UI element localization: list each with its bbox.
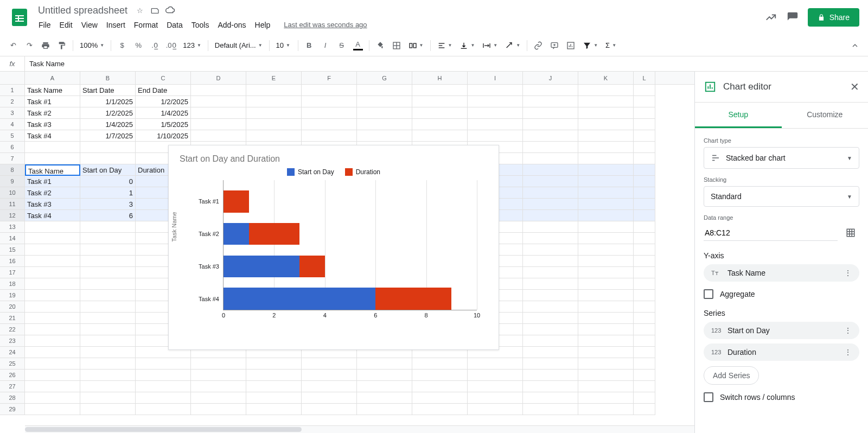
cell[interactable] — [191, 85, 246, 96]
cell[interactable] — [578, 153, 634, 164]
cell[interactable] — [578, 233, 634, 244]
cell[interactable] — [578, 267, 634, 278]
cell[interactable] — [302, 358, 357, 370]
cell[interactable] — [523, 244, 578, 256]
cell[interactable] — [357, 370, 412, 381]
menu-data[interactable]: Data — [163, 18, 187, 31]
comments-icon[interactable] — [786, 11, 799, 24]
cell[interactable] — [523, 153, 578, 164]
cell[interactable] — [523, 404, 578, 415]
cell[interactable] — [468, 404, 523, 415]
cell[interactable] — [523, 96, 578, 107]
cell[interactable] — [634, 210, 655, 221]
cell[interactable]: 1/4/2025 — [80, 119, 136, 130]
horizontal-scrollbar[interactable] — [25, 425, 694, 433]
cell[interactable] — [80, 267, 136, 278]
row-header[interactable]: 10 — [0, 187, 25, 199]
borders-button[interactable] — [389, 38, 404, 53]
cell[interactable] — [578, 370, 634, 381]
switch-rows-checkbox[interactable] — [704, 392, 713, 402]
menu-insert[interactable]: Insert — [103, 18, 129, 31]
tab-customize[interactable]: Customize — [782, 103, 869, 128]
cell[interactable] — [80, 347, 136, 358]
cell[interactable] — [25, 335, 80, 347]
cell[interactable] — [246, 381, 302, 392]
cell[interactable] — [634, 267, 655, 278]
cell[interactable] — [523, 335, 578, 347]
cell[interactable] — [191, 370, 246, 381]
italic-button[interactable]: I — [318, 38, 333, 53]
cell[interactable] — [523, 381, 578, 392]
cell[interactable] — [523, 347, 578, 358]
cell[interactable] — [412, 96, 468, 107]
row-header[interactable]: 26 — [0, 370, 25, 381]
cell[interactable] — [80, 142, 136, 153]
cell[interactable] — [246, 370, 302, 381]
cell[interactable] — [80, 244, 136, 256]
decrease-decimal-button[interactable]: .0̲ — [147, 38, 162, 53]
cell[interactable]: Task #1 — [25, 176, 80, 187]
cell[interactable] — [302, 392, 357, 404]
row-header[interactable]: 22 — [0, 324, 25, 335]
cell[interactable] — [468, 85, 523, 96]
cell[interactable] — [25, 233, 80, 244]
cell[interactable] — [302, 85, 357, 96]
cell[interactable] — [578, 221, 634, 233]
cell[interactable]: Start on Day — [80, 164, 136, 176]
cell[interactable] — [578, 187, 634, 199]
cell[interactable]: Start Date — [80, 85, 136, 96]
cell[interactable] — [578, 301, 634, 313]
cell[interactable] — [523, 301, 578, 313]
col-header[interactable]: A — [25, 72, 80, 84]
cell[interactable] — [523, 233, 578, 244]
cell[interactable] — [523, 392, 578, 404]
cell[interactable] — [191, 381, 246, 392]
menu-tools[interactable]: Tools — [188, 18, 213, 31]
cell[interactable] — [191, 96, 246, 107]
menu-view[interactable]: View — [78, 18, 101, 31]
cell[interactable] — [634, 335, 655, 347]
cell[interactable] — [191, 404, 246, 415]
paint-format-button[interactable] — [54, 38, 69, 53]
row-header[interactable]: 12 — [0, 210, 25, 221]
undo-button[interactable]: ↶ — [5, 38, 21, 53]
valign-button[interactable]: ▼ — [456, 38, 478, 53]
text-color-button[interactable]: A — [350, 38, 366, 53]
cell[interactable] — [468, 130, 523, 142]
cell[interactable] — [80, 324, 136, 335]
cell[interactable] — [468, 381, 523, 392]
cell[interactable] — [468, 370, 523, 381]
cell[interactable] — [25, 381, 80, 392]
cell[interactable] — [80, 290, 136, 301]
cell[interactable] — [634, 370, 655, 381]
cell[interactable]: 1 — [80, 187, 136, 199]
cell[interactable] — [523, 142, 578, 153]
cell[interactable] — [191, 392, 246, 404]
cell[interactable] — [412, 358, 468, 370]
cell[interactable] — [578, 164, 634, 176]
cell[interactable] — [634, 301, 655, 313]
cell[interactable] — [523, 358, 578, 370]
last-edit-link[interactable]: Last edit was seconds ago — [284, 21, 367, 29]
cell[interactable] — [246, 404, 302, 415]
halign-button[interactable]: ▼ — [434, 38, 456, 53]
cell[interactable] — [412, 85, 468, 96]
cell[interactable] — [634, 324, 655, 335]
row-header[interactable]: 14 — [0, 233, 25, 244]
increase-decimal-button[interactable]: .00̲ — [163, 38, 178, 53]
row-header[interactable]: 20 — [0, 301, 25, 313]
series-chip[interactable]: 123 Duration ⋮ — [704, 343, 859, 361]
cell[interactable] — [578, 142, 634, 153]
cell[interactable] — [412, 107, 468, 119]
cell[interactable] — [136, 370, 191, 381]
bold-button[interactable]: B — [302, 38, 317, 53]
cell[interactable] — [468, 107, 523, 119]
cell[interactable] — [634, 278, 655, 290]
cell[interactable]: Task #4 — [25, 130, 80, 142]
more-icon[interactable]: ⋮ — [844, 269, 852, 277]
select-range-icon[interactable] — [842, 224, 859, 241]
insert-chart-button[interactable] — [563, 38, 578, 53]
rotate-button[interactable]: ▼ — [502, 38, 524, 53]
cell[interactable] — [80, 381, 136, 392]
cell[interactable] — [246, 392, 302, 404]
